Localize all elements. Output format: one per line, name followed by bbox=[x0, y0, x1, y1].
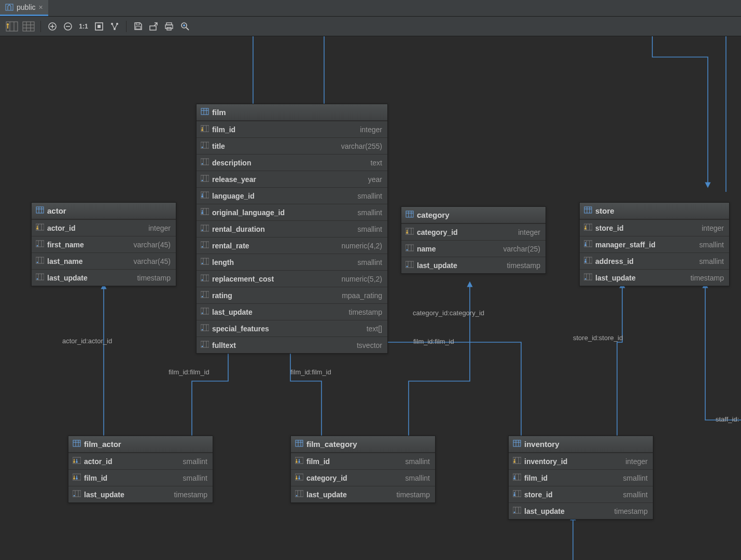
column-icon bbox=[73, 489, 81, 499]
column-row[interactable]: language_idsmallint bbox=[197, 187, 387, 204]
column-row[interactable]: rental_ratenumeric(4,2) bbox=[197, 237, 387, 254]
svg-point-126 bbox=[407, 249, 408, 251]
column-icon bbox=[406, 227, 414, 237]
table-film[interactable]: filmfilm_idintegertitlevarchar(255)descr… bbox=[196, 104, 388, 354]
svg-rect-180 bbox=[299, 459, 299, 461]
column-row[interactable]: last_updatetimestamp bbox=[68, 486, 213, 502]
column-type: varchar(255) bbox=[341, 142, 382, 150]
column-type: varchar(45) bbox=[133, 241, 171, 249]
diagram-canvas[interactable]: actor_id:actor_id film_id:film_id film_i… bbox=[0, 36, 741, 560]
preview-button[interactable] bbox=[177, 19, 192, 34]
table-header[interactable]: inventory bbox=[509, 436, 653, 453]
column-icon bbox=[201, 324, 209, 333]
column-row[interactable]: fulltexttsvector bbox=[197, 337, 387, 353]
column-row[interactable]: replacement_costnumeric(5,2) bbox=[197, 270, 387, 287]
save-button[interactable] bbox=[131, 19, 145, 34]
table-header[interactable]: film_actor bbox=[68, 436, 213, 453]
column-row[interactable]: first_namevarchar(45) bbox=[32, 236, 176, 253]
print-button[interactable] bbox=[162, 19, 176, 34]
svg-rect-5 bbox=[7, 25, 8, 29]
svg-point-101 bbox=[202, 296, 203, 298]
table-inventory[interactable]: inventoryinventory_idintegerfilm_idsmall… bbox=[508, 436, 653, 520]
svg-point-189 bbox=[296, 495, 298, 497]
column-row[interactable]: lengthsmallint bbox=[197, 254, 387, 270]
column-row[interactable]: inventory_idinteger bbox=[509, 453, 653, 469]
columns-keys-button[interactable] bbox=[4, 20, 20, 33]
column-row[interactable]: manager_staff_idsmallint bbox=[580, 236, 729, 253]
column-row[interactable]: descriptiontext bbox=[197, 154, 387, 171]
column-type: numeric(4,2) bbox=[341, 242, 382, 250]
column-type: numeric(5,2) bbox=[341, 275, 382, 283]
column-row[interactable]: special_featurestext[] bbox=[197, 320, 387, 337]
table-header[interactable]: film bbox=[197, 104, 387, 121]
column-row[interactable]: last_updatetimestamp bbox=[401, 257, 546, 273]
svg-point-153 bbox=[585, 278, 586, 280]
column-row[interactable]: film_idsmallint bbox=[68, 469, 213, 486]
column-name: description bbox=[212, 159, 251, 167]
column-row[interactable]: release_yearyear bbox=[197, 171, 387, 187]
column-row[interactable]: ratingmpaa_rating bbox=[197, 287, 387, 303]
svg-rect-190 bbox=[513, 440, 521, 446]
table-name: film bbox=[212, 108, 226, 117]
svg-point-130 bbox=[407, 266, 408, 268]
svg-point-50 bbox=[37, 278, 38, 280]
tab-public[interactable]: public × bbox=[0, 0, 48, 16]
column-row[interactable]: film_idsmallint bbox=[509, 469, 653, 486]
column-type: integer bbox=[148, 224, 171, 232]
svg-rect-17 bbox=[97, 25, 101, 28]
table-film-category[interactable]: film_categoryfilm_idsmallintcategory_ids… bbox=[290, 436, 436, 503]
close-icon[interactable]: × bbox=[39, 3, 43, 11]
column-row[interactable]: last_namevarchar(45) bbox=[32, 253, 176, 269]
columns-all-button[interactable] bbox=[21, 20, 36, 33]
column-icon bbox=[201, 191, 209, 201]
column-row[interactable]: category_idinteger bbox=[401, 223, 546, 240]
export-button[interactable] bbox=[146, 19, 161, 34]
column-name: replacement_cost bbox=[212, 275, 274, 283]
column-row[interactable]: last_updatetimestamp bbox=[291, 486, 435, 502]
link-label: actor_id:actor_id bbox=[62, 337, 112, 345]
column-row[interactable]: actor_idinteger bbox=[32, 219, 176, 236]
column-row[interactable]: film_idinteger bbox=[197, 121, 387, 137]
column-row[interactable]: original_language_idsmallint bbox=[197, 204, 387, 220]
column-name: store_id bbox=[524, 491, 552, 499]
column-row[interactable]: last_updatetimestamp bbox=[580, 269, 729, 286]
toolbar: 1:1 bbox=[0, 17, 741, 36]
column-name: last_update bbox=[306, 491, 347, 499]
svg-rect-185 bbox=[299, 475, 299, 478]
table-header[interactable]: store bbox=[580, 203, 729, 219]
zoom-out-button[interactable] bbox=[61, 19, 75, 34]
column-row[interactable]: rental_durationsmallint bbox=[197, 220, 387, 237]
column-row[interactable]: titlevarchar(255) bbox=[197, 137, 387, 154]
fit-content-button[interactable] bbox=[92, 19, 106, 34]
column-icon bbox=[201, 141, 209, 151]
column-row[interactable]: store_idinteger bbox=[580, 219, 729, 236]
table-icon bbox=[201, 107, 209, 117]
table-store[interactable]: storestore_idintegermanager_staff_idsmal… bbox=[579, 202, 730, 286]
zoom-in-button[interactable] bbox=[45, 19, 60, 34]
column-row[interactable]: last_updatetimestamp bbox=[197, 303, 387, 320]
column-type: text bbox=[370, 159, 382, 167]
column-type: tsvector bbox=[357, 341, 382, 349]
column-icon bbox=[584, 273, 592, 283]
zoom-actual-button[interactable]: 1:1 bbox=[76, 19, 91, 34]
column-type: integer bbox=[625, 457, 648, 466]
table-actor[interactable]: actoractor_idintegerfirst_namevarchar(45… bbox=[31, 202, 176, 286]
column-row[interactable]: store_idsmallint bbox=[509, 486, 653, 502]
table-header[interactable]: film_category bbox=[291, 436, 435, 453]
table-category[interactable]: categorycategory_idintegernamevarchar(25… bbox=[401, 206, 546, 274]
column-row[interactable]: namevarchar(25) bbox=[401, 240, 546, 257]
column-row[interactable]: category_idsmallint bbox=[291, 469, 435, 486]
column-row[interactable]: last_updatetimestamp bbox=[32, 269, 176, 286]
column-icon bbox=[295, 473, 303, 483]
column-row[interactable]: film_idsmallint bbox=[291, 453, 435, 469]
column-row[interactable]: actor_idsmallint bbox=[68, 453, 213, 469]
column-icon bbox=[295, 489, 303, 499]
column-type: smallint bbox=[358, 192, 382, 200]
table-header[interactable]: actor bbox=[32, 203, 176, 219]
column-row[interactable]: address_idsmallint bbox=[580, 253, 729, 269]
table-film-actor[interactable]: film_actoractor_idsmallintfilm_idsmallin… bbox=[68, 436, 213, 503]
layout-button[interactable] bbox=[107, 19, 122, 34]
column-row[interactable]: last_updatetimestamp bbox=[509, 502, 653, 519]
column-name: last_update bbox=[595, 274, 636, 282]
table-header[interactable]: category bbox=[401, 207, 546, 223]
